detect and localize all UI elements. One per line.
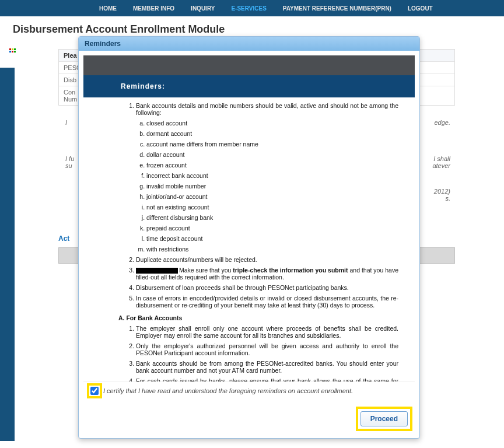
sub-l: time deposit account: [146, 235, 398, 242]
certify-checkbox[interactable]: [90, 387, 99, 395]
checkbox-highlight: [89, 386, 100, 396]
para-tail: edge.: [434, 119, 450, 126]
sub-a: closed account: [146, 120, 398, 127]
document-header-band: Reminders:: [83, 75, 415, 97]
sub-i: not an existing account: [146, 204, 398, 211]
certify-text: I certify that I have read and understoo…: [103, 387, 353, 394]
p2a: I fu: [65, 155, 74, 162]
proceed-button[interactable]: Proceed: [360, 411, 408, 426]
reminder-item-3: Make sure that you triple-check the info…: [136, 267, 398, 281]
nav-inquiry[interactable]: INQUIRY: [191, 5, 215, 12]
sub-e: frozen account: [146, 162, 398, 169]
p2b: I shall: [433, 155, 450, 162]
sub-d: dollar account: [146, 151, 398, 158]
nav-home[interactable]: HOME: [99, 5, 117, 12]
section-a-heading: A. For Bank Accounts: [118, 314, 398, 321]
document-page: Reminders: Bank accounts details and mob…: [83, 75, 415, 382]
reminder-item-5: In case of errors in encoded/provided de…: [136, 295, 398, 309]
a-item-2: Only the employer's authorized personnel…: [136, 342, 398, 356]
reminder-item-2: Duplicate accounts/numbers will be rejec…: [136, 256, 398, 263]
blue-side-panel: [0, 68, 15, 441]
a-item-1: The employer shall enroll only one accou…: [136, 325, 398, 339]
redact-block: [136, 268, 178, 274]
sub-h: joint/or/and-or account: [146, 193, 398, 200]
nav-prn[interactable]: PAYMENT REFERENCE NUMBER(PRN): [283, 5, 391, 12]
a-item-4: For cash cards issued by banks, please e…: [136, 377, 398, 382]
modal-footer: Proceed: [79, 401, 419, 438]
pdf-toolbar[interactable]: [83, 55, 415, 75]
nav-logout[interactable]: LOGOUT: [408, 5, 433, 12]
document-heading: Reminders:: [121, 82, 165, 90]
color-grid-icon: [9, 48, 16, 52]
reminders-modal: Reminders Reminders: Bank accounts detai…: [78, 36, 420, 439]
reminder-item-4: Disbursement of loan proceeds shall be t…: [136, 284, 398, 291]
sub-c: account name differs from member name: [146, 141, 398, 148]
sub-g: invalid mobile number: [146, 183, 398, 190]
a-item-3: Bank accounts should be from among the P…: [136, 360, 398, 374]
p2c: su: [65, 162, 72, 169]
certify-row: I certify that I have read and understoo…: [89, 386, 409, 396]
nav-eservices[interactable]: E-SERVICES: [231, 5, 266, 12]
sub-b: dormant account: [146, 130, 398, 137]
sub-f: incorrect bank account: [146, 172, 398, 179]
sub-j: different disbursing bank: [146, 214, 398, 221]
document-scroll-area[interactable]: Reminders: Bank accounts details and mob…: [83, 55, 415, 382]
proceed-highlight: Proceed: [358, 409, 410, 429]
document-viewer: Reminders: Bank accounts details and mob…: [83, 55, 415, 396]
sub-m: with restrictions: [146, 246, 398, 253]
p2d: atever: [432, 162, 450, 169]
top-nav: HOME MEMBER INFO INQUIRY E-SERVICES PAYM…: [0, 0, 504, 16]
modal-titlebar: Reminders: [79, 37, 419, 51]
sub-k: prepaid account: [146, 225, 398, 232]
reminder-item-1: Bank accounts details and mobile numbers…: [136, 102, 398, 253]
para-lead: I: [65, 119, 67, 126]
nav-member-info[interactable]: MEMBER INFO: [133, 5, 174, 12]
actions-link[interactable]: Act: [58, 235, 69, 243]
